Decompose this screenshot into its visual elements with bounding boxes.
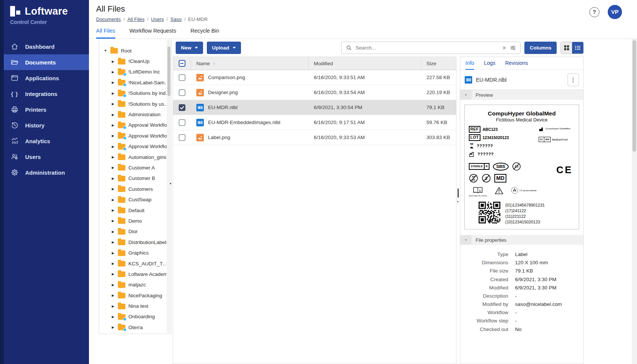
tree-scrollbar-thumb[interactable] — [167, 46, 170, 96]
tree-splitter-handle[interactable]: ◂ — [169, 181, 171, 185]
table-row[interactable]: Comparison.png6/16/2020, 9:33:51 AM227.5… — [173, 70, 456, 85]
chevron-collapsed-icon[interactable]: ▶ — [111, 325, 115, 329]
chevron-collapsed-icon[interactable]: ▶ — [111, 219, 115, 223]
info-tab-info[interactable]: Info — [465, 60, 474, 70]
tree-item[interactable]: ▶Approval Workflo... — [99, 141, 171, 152]
tree-item[interactable]: ▶DistributionLabels — [99, 237, 171, 247]
tree-item[interactable]: ▶!CleanUp — [99, 56, 171, 66]
chevron-collapsed-icon[interactable]: ▶ — [111, 240, 115, 244]
chevron-collapsed-icon[interactable]: ▶ — [111, 230, 115, 234]
tree-item[interactable]: ▶!Solutions by use ... — [99, 99, 171, 109]
table-row[interactable]: EU-MDR.nlbl6/9/2021, 3:30:54 PM79.1 KB — [173, 100, 456, 115]
grid-view-icon[interactable] — [561, 42, 572, 54]
chevron-collapsed-icon[interactable]: ▶ — [111, 123, 115, 127]
chevron-expanded-icon[interactable]: ▼ — [104, 49, 107, 52]
tree-scrollbar[interactable] — [167, 40, 171, 333]
preview-section-header[interactable]: ▼ Preview — [460, 90, 583, 100]
chevron-collapsed-icon[interactable]: ▶ — [111, 262, 115, 265]
tree-item[interactable]: ▶NicePackaging — [99, 290, 171, 301]
sidebar-item-analytics[interactable]: Analytics — [0, 133, 89, 149]
chevron-collapsed-icon[interactable]: ▶ — [111, 272, 115, 276]
filter-sliders-icon[interactable] — [510, 45, 516, 51]
tree-item[interactable]: ▶Approval Workflo... — [99, 120, 171, 130]
sidebar-item-administration[interactable]: Administration — [0, 165, 89, 180]
chevron-collapsed-icon[interactable]: ▶ — [111, 294, 115, 297]
tree-item[interactable]: ▼Root — [99, 45, 171, 56]
row-checkbox[interactable] — [179, 104, 185, 111]
info-tab-logs[interactable]: Logs — [484, 60, 495, 70]
tree-item[interactable]: ▶Customer B — [99, 173, 171, 184]
sidebar-item-applications[interactable]: Applications — [0, 70, 89, 86]
chevron-collapsed-icon[interactable]: ▶ — [111, 283, 115, 287]
chevron-collapsed-icon[interactable]: ▶ — [111, 113, 115, 117]
column-header-name[interactable]: Name ↑ — [191, 57, 309, 70]
tree-item[interactable]: ▶Onboarding — [99, 312, 171, 322]
collapse-chevron-icon[interactable]: ▼ — [460, 90, 471, 100]
tree-item[interactable]: ▶!Solutions by indu... — [99, 88, 171, 99]
row-checkbox[interactable] — [179, 89, 185, 96]
tab-all-files[interactable]: All Files — [96, 28, 115, 39]
sidebar-item-users[interactable]: Users — [0, 149, 89, 165]
new-button[interactable]: New — [176, 42, 203, 54]
search-input[interactable] — [355, 45, 498, 51]
collapse-chevron-icon[interactable]: ▼ — [460, 235, 471, 245]
column-header-modified[interactable]: Modified — [309, 57, 421, 70]
tree-item[interactable]: ▶Loftware Academy — [99, 269, 171, 279]
tree-item[interactable]: ▶Customers — [99, 184, 171, 194]
tree-item[interactable]: ▶matjazc — [99, 280, 171, 290]
page-scrollbar-thumb[interactable] — [632, 40, 636, 152]
tree-item[interactable]: ▶Demo — [99, 216, 171, 226]
row-checkbox[interactable] — [179, 74, 185, 81]
chevron-collapsed-icon[interactable]: ▶ — [111, 304, 115, 308]
chevron-collapsed-icon[interactable]: ▶ — [111, 145, 115, 148]
avatar[interactable]: VP — [608, 5, 622, 19]
chevron-collapsed-icon[interactable]: ▶ — [111, 70, 115, 74]
chevron-collapsed-icon[interactable]: ▶ — [111, 166, 115, 169]
tree-item[interactable]: ▶!NiceLabel-Samples — [99, 77, 171, 88]
chevron-collapsed-icon[interactable]: ▶ — [111, 81, 115, 84]
chevron-collapsed-icon[interactable]: ▶ — [111, 177, 115, 180]
splitter-handle[interactable] — [458, 189, 459, 198]
tree-item[interactable]: ▶Approval Workflo... — [99, 130, 171, 141]
info-tab-revisions[interactable]: Revisions — [505, 60, 528, 70]
tree-item[interactable]: ▶CustSwap — [99, 194, 171, 205]
chevron-collapsed-icon[interactable]: ▶ — [111, 102, 115, 106]
column-header-size[interactable]: Size — [421, 57, 456, 70]
tree-item[interactable]: ▶KCS_AUDIT_TOOL... — [99, 258, 171, 269]
sidebar-item-documents[interactable]: Documents — [0, 54, 89, 70]
sidebar-item-dashboard[interactable]: Dashboard — [0, 39, 89, 54]
upload-button[interactable]: Upload — [207, 42, 241, 54]
tree-item[interactable]: ▶Graphics — [99, 247, 171, 258]
chevron-collapsed-icon[interactable]: ▶ — [111, 198, 115, 202]
tree-item[interactable]: ▶Default — [99, 205, 171, 216]
chevron-collapsed-icon[interactable]: ▶ — [111, 208, 115, 212]
columns-button[interactable]: Columns — [524, 42, 557, 54]
chevron-collapsed-icon[interactable]: ▶ — [111, 251, 115, 255]
panel-splitter[interactable]: ▸ — [456, 57, 460, 364]
page-scrollbar[interactable] — [632, 39, 637, 364]
file-properties-section-header[interactable]: ▼ File properties — [460, 235, 583, 245]
clear-search-icon[interactable]: ✕ — [502, 45, 507, 51]
table-row[interactable]: EU-MDR-EmbeddedImages.nlbl6/16/2020, 9:1… — [173, 115, 456, 130]
breadcrumb-item[interactable]: Saso — [170, 16, 182, 22]
chevron-collapsed-icon[interactable]: ▶ — [111, 187, 115, 191]
tree-item[interactable]: ▶Customer A — [99, 162, 171, 173]
tree-item[interactable]: ▶Nina test — [99, 301, 171, 311]
table-row[interactable]: Label.png6/16/2020, 9:33:53 AM303.83 KB — [173, 130, 456, 145]
file-actions-kebab-icon[interactable]: ⋮ — [568, 73, 579, 86]
help-icon[interactable]: ? — [589, 7, 599, 17]
breadcrumb-item[interactable]: All Files — [127, 16, 145, 22]
sidebar-item-printers[interactable]: Printers — [0, 102, 89, 117]
list-view-icon[interactable] — [572, 42, 583, 54]
chevron-collapsed-icon[interactable]: ▶ — [111, 60, 115, 63]
tree-item[interactable]: ▶!LoftDemo Inc — [99, 67, 171, 77]
breadcrumb-item[interactable]: Users — [151, 16, 164, 22]
tree-item[interactable]: ▶Dior — [99, 226, 171, 237]
sidebar-item-history[interactable]: History — [0, 117, 89, 133]
row-checkbox[interactable] — [179, 119, 185, 126]
table-row[interactable]: Designer.png6/16/2020, 9:33:54 AM220.19 … — [173, 85, 456, 100]
chevron-collapsed-icon[interactable]: ▶ — [111, 155, 115, 159]
splitter-collapse-icon[interactable]: ▸ — [457, 200, 459, 203]
tree-item[interactable]: ▶Administration — [99, 109, 171, 120]
tab-workflow-requests[interactable]: Workflow Requests — [130, 28, 176, 39]
